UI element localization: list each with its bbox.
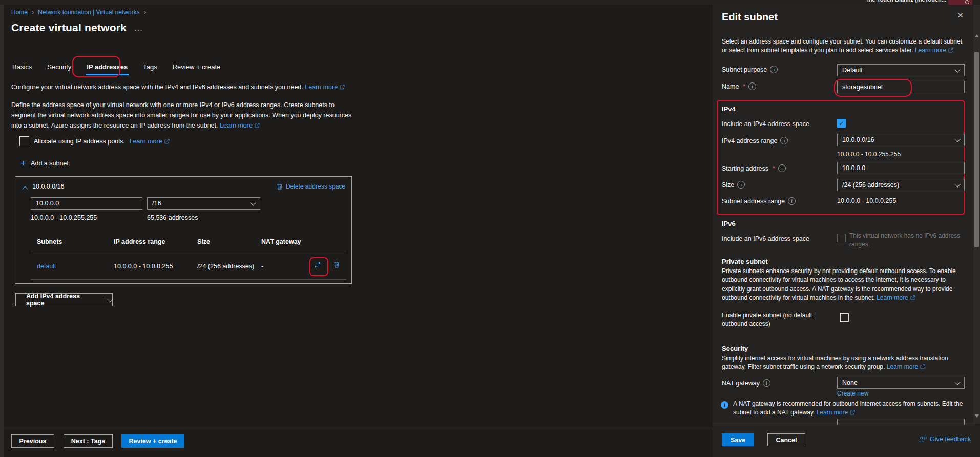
collapsed-sidebar-rail (0, 5, 4, 457)
delete-address-space-button[interactable]: Delete address space (277, 183, 345, 190)
nat-gateway-select[interactable]: None (837, 377, 965, 389)
chevron-down-icon (954, 379, 960, 385)
avatar[interactable] (965, 0, 969, 4)
create-vnet-main: Home › Network foundation | Virtual netw… (4, 5, 713, 457)
create-new-link[interactable]: Create new (837, 390, 868, 397)
give-feedback-link[interactable]: Give feedback (919, 435, 971, 443)
include-ipv4-label: Include an IPv4 address space (722, 120, 809, 128)
scroll-down-arrow-icon[interactable] (975, 414, 979, 418)
save-button[interactable]: Save (722, 433, 754, 446)
subnet-purpose-label: Subnet purpose (722, 66, 767, 73)
panel-learn-more-link[interactable]: Learn more (915, 47, 946, 54)
chevron-down-icon (954, 67, 960, 72)
name-label: Name (722, 83, 739, 90)
chevron-down-icon[interactable] (108, 296, 113, 302)
allocate-ip-pools-checkbox[interactable] (19, 136, 29, 146)
info-icon[interactable]: i (763, 379, 770, 387)
prefix-size-value: /16 (152, 200, 161, 207)
private-subnet-learn-more-link[interactable]: Learn more (877, 294, 908, 301)
page-title: Create virtual network (11, 22, 127, 34)
table-divider (31, 252, 346, 252)
delete-address-space-label: Delete address space (286, 183, 345, 190)
address-range-text: 10.0.0.0 - 10.0.255.255 (31, 214, 97, 221)
tab-review-create[interactable]: Review + create (172, 62, 222, 75)
define-learn-more-link[interactable]: Learn more (220, 122, 253, 129)
azure-portal-page: me Touch Blahnz (meTouch... Home › Netwo… (0, 0, 980, 457)
name-label-row: Name * i (722, 82, 756, 90)
collapse-chevron-icon[interactable] (22, 186, 28, 192)
scroll-up-arrow-icon[interactable] (975, 34, 979, 37)
info-icon[interactable]: i (780, 137, 788, 144)
ipv4-range-select[interactable]: 10.0.0.0/16 (837, 134, 965, 146)
col-header-ip-range: IP address range (114, 238, 165, 245)
chevron-down-icon (954, 136, 960, 142)
previous-button[interactable]: Previous (11, 434, 54, 448)
intro-learn-more-link[interactable]: Learn more (305, 84, 338, 91)
size-label-row: Size i (722, 181, 745, 189)
nat-info-text: A NAT gateway is recommended for outboun… (733, 400, 963, 416)
nat-gateway-label: NAT gateway (722, 380, 760, 387)
info-icon[interactable]: i (748, 82, 756, 90)
security-learn-more-link[interactable]: Learn more (887, 363, 918, 370)
size-select[interactable]: /24 (256 addresses) (837, 179, 965, 191)
allocate-ip-pools-row: Allocate using IP address pools. Learn m… (19, 136, 170, 146)
external-link-icon (850, 410, 855, 415)
subnet-ip-range: 10.0.0.0 - 10.0.0.255 (114, 263, 173, 270)
tab-basics[interactable]: Basics (11, 62, 33, 75)
title-overflow-menu[interactable]: ··· (134, 26, 143, 34)
intro-text: Configure your virtual network address s… (11, 84, 303, 91)
top-bar: me Touch Blahnz (meTouch... (0, 0, 980, 5)
private-subnet-text: Private subnets enhance security by not … (722, 267, 956, 301)
subnet-range-label-row: Subnet address range i (722, 197, 796, 205)
edit-subnet-button[interactable] (314, 261, 321, 270)
feedback-icon (919, 436, 927, 443)
subnet-size: /24 (256 addresses) (197, 263, 254, 270)
tab-tags[interactable]: Tags (142, 62, 158, 75)
breadcrumb-separator: › (32, 8, 34, 16)
tab-security[interactable]: Security (46, 62, 72, 75)
panel-title: Edit subnet (722, 11, 778, 23)
tab-ip-addresses[interactable]: IP addresses (86, 62, 129, 75)
info-icon[interactable]: i (778, 164, 786, 172)
private-subnet-heading: Private subnet (722, 258, 768, 265)
ipv4-range-label: IPv4 address range (722, 137, 777, 144)
nat-info-learn-more-link[interactable]: Learn more (817, 409, 848, 416)
include-ipv4-checkbox[interactable] (837, 119, 846, 128)
subnet-purpose-select[interactable]: Default (837, 64, 965, 76)
starting-address-input[interactable] (837, 162, 965, 174)
plus-icon: + (20, 158, 26, 168)
account-label[interactable]: me Touch Blahnz (meTouch... (867, 0, 946, 3)
close-icon[interactable]: × (957, 10, 963, 21)
allocate-ip-pools-label: Allocate using IP address pools. (34, 138, 125, 145)
review-create-button[interactable]: Review + create (121, 434, 184, 448)
ipv4-range-value: 10.0.0.0/16 (842, 136, 874, 143)
nat-gateway-label-row: NAT gateway i (722, 379, 770, 387)
private-subnet-body: Private subnets enhance security by not … (722, 267, 967, 303)
trash-icon (333, 261, 340, 268)
trash-icon (277, 183, 283, 190)
allocate-learn-more-link[interactable]: Learn more (130, 138, 162, 145)
scrollbar-thumb[interactable] (974, 52, 979, 247)
prefix-size-select[interactable]: /16 (147, 197, 260, 210)
panel-scrollbar[interactable] (973, 5, 980, 424)
breadcrumb-virtual-networks[interactable]: Network foundation | Virtual networks (38, 9, 139, 16)
breadcrumb-home[interactable]: Home (11, 9, 28, 16)
subnet-name-input[interactable] (837, 81, 965, 93)
subnet-link-default[interactable]: default (37, 263, 56, 270)
delete-subnet-button[interactable] (333, 261, 340, 269)
ipv4-heading: IPv4 (722, 105, 736, 113)
external-link-icon (340, 85, 345, 90)
security-heading: Security (722, 345, 748, 352)
info-icon[interactable]: i (770, 66, 778, 73)
ipv6-note: This virtual network has no IPv6 address… (849, 232, 963, 250)
enable-private-subnet-checkbox[interactable] (840, 313, 849, 322)
info-icon[interactable]: i (737, 181, 745, 189)
next-tags-button[interactable]: Next : Tags (64, 434, 113, 448)
add-subnet-button[interactable]: + Add a subnet (20, 158, 69, 168)
cancel-button[interactable]: Cancel (767, 433, 805, 446)
info-icon[interactable]: i (788, 197, 796, 205)
address-space-input[interactable] (31, 197, 142, 210)
add-ipv4-address-space-button[interactable]: Add IPv4 address space (15, 293, 113, 306)
give-feedback-label: Give feedback (930, 435, 971, 443)
size-label: Size (722, 181, 734, 189)
